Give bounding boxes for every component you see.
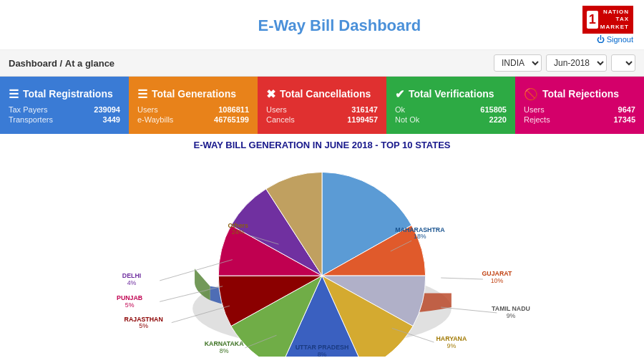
rejections-title: Total Rejections — [542, 88, 619, 100]
label-punjab: PUNJAB — [117, 294, 142, 301]
ver-value-1: 615805 — [480, 105, 507, 114]
registrations-title: Total Registrations — [23, 88, 113, 100]
gen-label-2: e-Waybills — [137, 115, 173, 124]
rejections-row-2: Rejects 17345 — [524, 115, 635, 124]
extra-filter[interactable] — [611, 54, 635, 72]
reg-value-2: 3449 — [103, 115, 120, 124]
logo: 1 NATION TAX MARKET — [582, 6, 633, 34]
ver-label-2: Not Ok — [395, 115, 419, 124]
pie-top-face — [218, 173, 425, 357]
rej-value-1: 9647 — [618, 105, 635, 114]
registrations-rows: Tax Payers 239094 Transporters 3449 — [9, 105, 120, 124]
rej-label-2: Rejects — [524, 115, 550, 124]
label-rajasthan-pct: 5% — [139, 323, 148, 330]
breadcrumb-current: At a glance — [65, 58, 114, 69]
label-gujarat: GUJARAT — [482, 270, 512, 277]
rejections-icon: 🚫 — [524, 87, 538, 101]
generations-icon: ☰ — [137, 87, 147, 101]
reg-label-2: Transporters — [9, 115, 53, 124]
label-rajasthan: RAJASTHAN — [125, 316, 163, 323]
rejections-header: 🚫 Total Rejections — [524, 87, 635, 101]
verifications-rows: Ok 615805 Not Ok 2220 — [395, 105, 507, 124]
verifications-row-1: Ok 615805 — [395, 105, 507, 114]
rej-value-2: 17345 — [613, 115, 635, 124]
navbar: Dashboard / At a glance INDIA Jun-2018 — [0, 50, 644, 77]
registrations-row-1: Tax Payers 239094 — [9, 105, 120, 114]
label-tamilnadu: TAMIL NADU — [492, 305, 530, 312]
generations-rows: Users 1086811 e-Waybills 46765199 — [137, 105, 249, 124]
label-haryana: HARYANA — [436, 335, 467, 342]
can-value-1: 316147 — [351, 105, 378, 114]
label-maharashtra: MAHARASHTRA — [395, 226, 445, 233]
label-delhi: DELHI — [122, 272, 141, 279]
pie-chart-svg: MAHARASHTRA 18% GUJARAT 10% TAMIL NADU 9… — [7, 153, 637, 357]
cancellations-card: ✖ Total Cancellations Users 316147 Cance… — [258, 77, 386, 134]
rej-label-1: Users — [524, 105, 545, 114]
label-up-pct: 8% — [318, 351, 327, 357]
cancellations-rows: Users 316147 Cancels 1199457 — [266, 105, 378, 124]
label-karnataka-pct: 8% — [220, 347, 229, 354]
rejections-row-1: Users 9647 — [524, 105, 635, 114]
logo-area: 1 NATION TAX MARKET Signout — [582, 6, 633, 45]
breadcrumb-base: Dashboard / — [9, 58, 62, 69]
label-delhi-pct: 4% — [127, 279, 137, 286]
label-haryana-pct: 9% — [447, 342, 457, 349]
cancellations-title: Total Cancellations — [280, 88, 371, 100]
reg-label-1: Tax Payers — [9, 105, 47, 114]
label-others-pct: 24% — [232, 229, 245, 236]
label-maharashtra-pct: 18% — [414, 233, 426, 240]
label-karnataka: KARNATAKA — [205, 340, 244, 347]
ver-label-1: Ok — [395, 105, 405, 114]
country-filter[interactable]: INDIA — [494, 54, 542, 72]
period-filter[interactable]: Jun-2018 — [546, 54, 607, 72]
generations-row-1: Users 1086811 — [137, 105, 249, 114]
ver-value-2: 2220 — [489, 115, 507, 124]
signout-button[interactable]: Signout — [597, 34, 633, 45]
label-gujarat-pct: 10% — [491, 277, 504, 284]
label-tamilnadu-pct: 9% — [507, 312, 516, 319]
logo-line3: TAX — [600, 16, 629, 23]
cancellations-header: ✖ Total Cancellations — [266, 87, 378, 101]
chart-title: E-WAY BILL GENERATION IN JUNE 2018 - TOP… — [7, 140, 637, 150]
chart-container: MAHARASHTRA 18% GUJARAT 10% TAMIL NADU 9… — [7, 153, 637, 358]
logo-line4: MARKET — [600, 24, 629, 31]
registrations-row-2: Transporters 3449 — [9, 115, 120, 124]
gen-value-2: 46765199 — [214, 115, 249, 124]
gen-value-1: 1086811 — [218, 105, 249, 114]
can-value-2: 1199457 — [347, 115, 378, 124]
page-header: E-Way Bill Dashboard 1 NATION TAX MARKET… — [0, 0, 644, 50]
cancellations-row-2: Cancels 1199457 — [266, 115, 378, 124]
verifications-card: ✔ Total Verifications Ok 615805 Not Ok 2… — [386, 77, 515, 134]
filter-bar: INDIA Jun-2018 — [494, 54, 635, 72]
rejections-card: 🚫 Total Rejections Users 9647 Rejects 17… — [515, 77, 644, 134]
verifications-icon: ✔ — [395, 87, 404, 101]
can-label-2: Cancels — [266, 115, 295, 124]
page-title: E-Way Bill Dashboard — [97, 16, 582, 35]
gen-label-1: Users — [137, 105, 158, 114]
generations-card: ☰ Total Generations Users 1086811 e-Wayb… — [129, 77, 258, 134]
label-punjab-pct: 5% — [125, 301, 135, 309]
reg-value-1: 239094 — [94, 105, 120, 114]
registrations-card: ☰ Total Registrations Tax Payers 239094 … — [0, 77, 129, 134]
cancellations-row-1: Users 316147 — [266, 105, 378, 114]
breadcrumb: Dashboard / At a glance — [9, 58, 114, 69]
stats-row: ☰ Total Registrations Tax Payers 239094 … — [0, 77, 644, 134]
rejections-rows: Users 9647 Rejects 17345 — [524, 105, 635, 124]
verifications-title: Total Verifications — [409, 88, 494, 100]
cancellations-icon: ✖ — [266, 87, 275, 101]
chart-section: E-WAY BILL GENERATION IN JUNE 2018 - TOP… — [0, 134, 644, 358]
registrations-header: ☰ Total Registrations — [9, 87, 120, 101]
verifications-header: ✔ Total Verifications — [395, 87, 507, 101]
svg-line-2 — [441, 278, 483, 279]
generations-header: ☰ Total Generations — [137, 87, 249, 101]
registrations-icon: ☰ — [9, 87, 19, 101]
can-label-1: Users — [266, 105, 287, 114]
generations-row-2: e-Waybills 46765199 — [137, 115, 249, 124]
generations-title: Total Generations — [152, 88, 236, 100]
verifications-row-2: Not Ok 2220 — [395, 115, 507, 124]
label-up: UTTAR PRADESH — [296, 344, 348, 351]
logo-line2: NATION — [600, 9, 629, 16]
label-others: Others — [228, 222, 248, 229]
